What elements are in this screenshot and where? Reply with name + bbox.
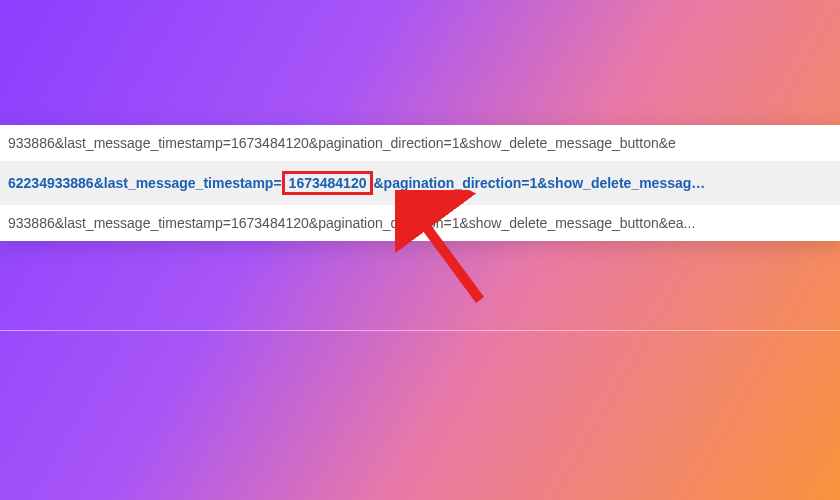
suggestion-row[interactable]: 933886&last_message_timestamp=1673484120…	[0, 205, 840, 241]
suggestion-row-selected[interactable]: 62234933886&last_message_timestamp=16734…	[0, 161, 840, 205]
url-suffix: &pagination_direction=1&show_delete_mess…	[373, 175, 705, 191]
highlighted-timestamp: 1673484120	[282, 171, 374, 195]
divider-line	[0, 330, 840, 331]
suggestion-row[interactable]: 933886&last_message_timestamp=1673484120…	[0, 125, 840, 161]
suggestion-panel: 933886&last_message_timestamp=1673484120…	[0, 125, 840, 241]
url-prefix: 62234933886&last_message_timestamp=	[8, 175, 282, 191]
